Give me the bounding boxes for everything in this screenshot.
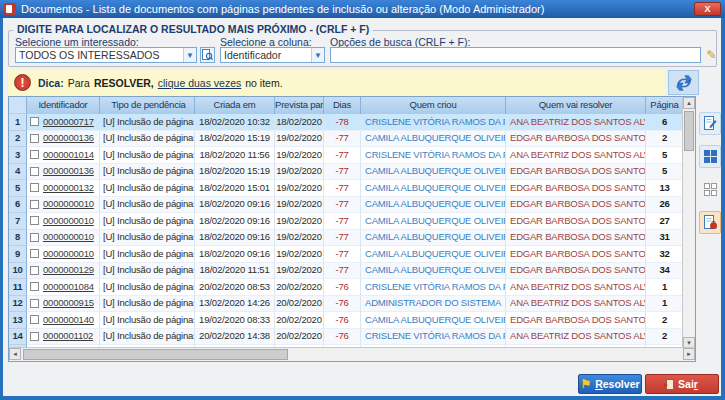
vertical-scrollbar[interactable]: ▲ ▼: [682, 97, 695, 349]
quem-resolve-cell: EDGAR BARBOSA DOS SANTOS JÚNI...: [506, 197, 646, 214]
table-row[interactable]: 100000000129[U] Inclusão de páginas18/02…: [9, 263, 684, 280]
identificador-link[interactable]: 0000000010: [43, 197, 94, 213]
quem-criou-cell: ADMINISTRADOR DO SISTEMA: [361, 296, 506, 313]
criada-cell: 18/02/2020 09:16: [195, 197, 275, 214]
table-row[interactable]: 80000000010[U] Inclusão de páginas18/02/…: [9, 230, 684, 247]
identificador-link[interactable]: 0000000915: [43, 296, 94, 312]
horizontal-scroll-thumb[interactable]: [23, 349, 288, 360]
paginas-cell: 2: [646, 312, 684, 329]
dialog-content: DIGITE PARA LOCALIZAR O RESULTADO MAIS P…: [3, 18, 721, 396]
tipo-cell: [U] Inclusão de páginas: [100, 213, 195, 230]
row-checkbox[interactable]: [30, 150, 39, 159]
table-row[interactable]: 30000001014[U] Inclusão de páginas18/02/…: [9, 147, 684, 164]
column-header: [9, 97, 27, 114]
table-row[interactable]: 70000000010[U] Inclusão de páginas18/02/…: [9, 213, 684, 230]
double-click-link[interactable]: clique duas vezes: [158, 77, 241, 89]
refresh-button[interactable]: [668, 70, 699, 95]
busca-input[interactable]: [330, 47, 701, 63]
document-lock-button[interactable]: [699, 211, 721, 234]
identificador-link[interactable]: 0000000136: [43, 164, 94, 180]
quem-criou-cell: CAMILA ALBUQUERQUE OLIVEIRA: [361, 197, 506, 214]
identificador-link[interactable]: 0000000132: [43, 180, 94, 196]
document-edit-button[interactable]: [699, 112, 721, 135]
documents-dialog: Documentos - Lista de documentos com pág…: [0, 0, 725, 400]
column-header: Quem criou: [361, 97, 506, 114]
identificador-link[interactable]: 0000000140: [43, 312, 94, 328]
identificador-cell: 0000000717: [27, 114, 100, 131]
table-row[interactable]: 90000000010[U] Inclusão de páginas18/02/…: [9, 246, 684, 263]
app-icon: [4, 3, 16, 15]
row-checkbox[interactable]: [30, 200, 39, 209]
identificador-link[interactable]: 0000001084: [43, 279, 94, 295]
tipo-cell: [U] Inclusão de páginas: [100, 131, 195, 148]
identificador-link[interactable]: 0000000717: [43, 114, 94, 130]
table-row[interactable]: 40000000136[U] Inclusão de páginas18/02/…: [9, 164, 684, 181]
table-row[interactable]: 130000000140[U] Inclusão de páginas19/02…: [9, 312, 684, 329]
close-button[interactable]: X: [694, 2, 721, 16]
table-row[interactable]: 20000000136[U] Inclusão de páginas18/02/…: [9, 131, 684, 148]
row-checkbox[interactable]: [30, 266, 39, 275]
resolver-button[interactable]: ⚑ Resolver: [578, 374, 642, 394]
row-checkbox[interactable]: [30, 233, 39, 242]
sair-button[interactable]: Sair: [645, 374, 719, 394]
table-row[interactable]: 110000001084[U] Inclusão de páginas20/02…: [9, 279, 684, 296]
interessado-select[interactable]: TODOS OS INTERESSADOS ▼: [15, 47, 197, 63]
row-number: 12: [9, 296, 27, 313]
table-row[interactable]: 50000000132[U] Inclusão de páginas18/02/…: [9, 180, 684, 197]
dias-cell: -77: [324, 246, 361, 263]
identificador-link[interactable]: 0000000010: [43, 246, 94, 262]
prevista-cell: 19/02/2020: [275, 213, 324, 230]
column-header: Identificador: [27, 97, 100, 114]
identificador-link[interactable]: 0000001102: [43, 329, 93, 345]
row-checkbox[interactable]: [30, 249, 39, 258]
identificador-link[interactable]: 0000000136: [43, 131, 94, 147]
edit-search-button[interactable]: ✎: [704, 47, 719, 63]
quem-criou-cell: CAMILA ALBUQUERQUE OLIVEIRA: [361, 312, 506, 329]
row-checkbox[interactable]: [30, 117, 39, 126]
row-checkbox[interactable]: [30, 332, 39, 341]
scroll-left-icon[interactable]: ◄: [9, 348, 21, 360]
table-row[interactable]: 60000000010[U] Inclusão de páginas18/02/…: [9, 197, 684, 214]
scroll-right-icon[interactable]: ►: [683, 348, 695, 360]
identificador-link[interactable]: 0000000010: [43, 230, 94, 246]
quem-resolve-cell: ANA BEATRIZ DOS SANTOS ALVES: [506, 114, 646, 131]
prevista-cell: 20/02/2020: [275, 329, 324, 346]
row-checkbox[interactable]: [30, 183, 39, 192]
identificador-link[interactable]: 0000001014: [43, 147, 94, 163]
paginas-cell: 2: [646, 329, 684, 346]
row-checkbox[interactable]: [30, 134, 39, 143]
table-row[interactable]: 120000000915[U] Inclusão de páginas13/02…: [9, 296, 684, 313]
row-checkbox[interactable]: [30, 282, 39, 291]
quem-criou-cell: CAMILA ALBUQUERQUE OLIVEIRA: [361, 263, 506, 280]
identificador-link[interactable]: 0000000129: [43, 263, 94, 279]
column-header: Quem vai resolver: [506, 97, 646, 114]
document-edit-icon: [704, 116, 717, 131]
column-header: Prevista para: [275, 97, 324, 114]
dias-cell: -78: [324, 114, 361, 131]
row-checkbox[interactable]: [30, 299, 39, 308]
flag-icon: ⚑: [580, 378, 591, 390]
scroll-up-icon[interactable]: ▲: [683, 97, 695, 109]
row-checkbox[interactable]: [30, 315, 39, 324]
horizontal-scrollbar[interactable]: ◄ ►: [9, 347, 695, 361]
row-checkbox[interactable]: [30, 216, 39, 225]
row-checkbox[interactable]: [30, 167, 39, 176]
tipo-cell: [U] Inclusão de páginas: [100, 263, 195, 280]
identificador-cell: 0000000140: [27, 312, 100, 329]
refresh-icon: [674, 74, 694, 92]
prevista-cell: 19/02/2020: [275, 197, 324, 214]
vertical-scroll-thumb[interactable]: [684, 111, 694, 151]
search-document-button[interactable]: [200, 47, 215, 63]
paginas-cell: 5: [646, 147, 684, 164]
table-row[interactable]: 10000000717[U] Inclusão de páginas18/02/…: [9, 114, 684, 131]
table-row[interactable]: 140000001102[U] Inclusão de páginas20/02…: [9, 329, 684, 346]
row-number: 5: [9, 180, 27, 197]
chevron-down-icon: ▼: [183, 48, 196, 62]
dias-cell: -77: [324, 230, 361, 247]
identificador-cell: 0000000129: [27, 263, 100, 280]
identificador-link[interactable]: 0000000010: [43, 213, 94, 229]
clear-selection-button[interactable]: [699, 178, 721, 201]
select-all-button[interactable]: [699, 145, 721, 168]
dias-cell: -77: [324, 213, 361, 230]
coluna-select[interactable]: Identificador ▼: [220, 47, 325, 63]
